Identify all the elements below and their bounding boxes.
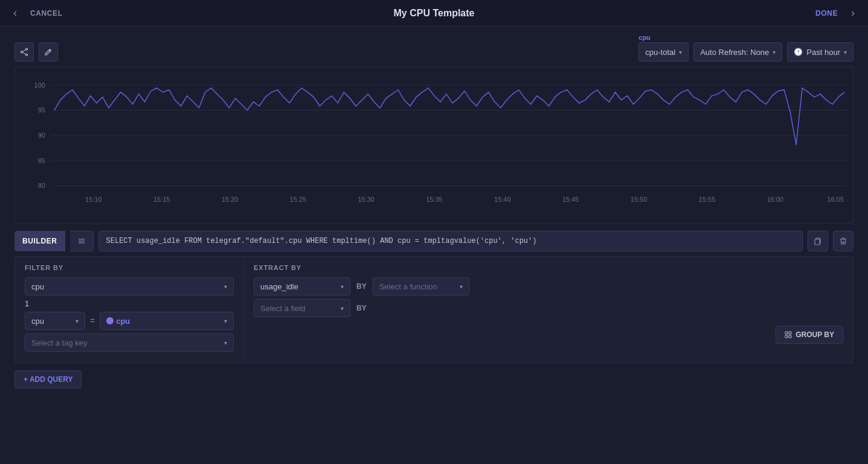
field-dropdown[interactable]: cpu ▾ [25,312,85,330]
svg-text:15:35: 15:35 [426,196,442,203]
share-button[interactable] [14,42,34,62]
extract-field-dropdown[interactable]: usage_idle ▾ [254,277,350,295]
svg-line-3 [22,50,25,51]
filter-num-row: 1 [25,299,234,308]
add-query-button[interactable]: + ADD QUERY [14,370,82,388]
list-icon [77,237,86,245]
cancel-button[interactable]: CANCEL [25,7,68,20]
extract-section-title: EXTRACT BY [254,264,843,271]
svg-text:15:10: 15:10 [85,196,101,203]
chevron-down-icon: ▾ [773,49,776,56]
svg-text:100: 100 [34,82,45,89]
tag-key-dropdown[interactable]: Select a tag key ▾ [25,334,234,352]
tag-key-row: Select a tag key ▾ [25,334,234,352]
auto-refresh-dropdown[interactable]: Auto Refresh: None ▾ [693,42,782,62]
page-title: My CPU Template [106,8,762,19]
chevron-down-icon: ▾ [679,49,682,56]
trash-icon [839,237,847,245]
query-editor-row: BUILDER SELECT usage_idle FROM telegraf.… [0,224,868,256]
measurement-value: cpu [31,282,44,291]
extract-row-2: Select a field ▾ BY [254,299,843,317]
filter-num-label: 1 [25,299,29,308]
svg-rect-32 [785,332,788,334]
chevron-down-icon: ▾ [224,283,227,290]
forward-nav-button[interactable]: › [847,4,858,22]
time-range-dropdown[interactable]: 🕐 Past hour ▾ [787,42,854,62]
group-by-label: GROUP BY [796,330,834,339]
by-label-1: BY [354,282,369,291]
svg-text:15:25: 15:25 [290,196,306,203]
copy-icon [814,237,822,245]
edit-icon [44,48,53,56]
tag-value-text: cpu [116,317,130,326]
extract-section: EXTRACT BY usage_idle ▾ BY Select a func… [244,256,854,363]
measurement-dropdown[interactable]: cpu ▾ [25,277,234,295]
group-by-row: GROUP BY [254,322,843,344]
chart-container: 100 95 90 85 80 15:10 15:15 15:20 15:25 … [14,66,854,224]
cpu-value-dropdown[interactable]: cpu-total ▾ [638,42,689,62]
filter-section: FILTER BY cpu ▾ 1 cpu ▾ = cpu ▾ [14,256,244,363]
copy-query-button[interactable] [808,231,828,251]
chevron-down-icon: ▾ [341,283,344,290]
builder-tab[interactable]: BUILDER [14,231,65,251]
svg-text:85: 85 [38,157,45,164]
function-placeholder: Select a function [379,282,437,291]
toolbar-row: cpu cpu-total ▾ Auto Refresh: None ▾ 🕐 P… [0,27,868,66]
tag-value-display[interactable]: cpu ▾ [100,312,234,330]
chevron-down-icon: ▾ [224,318,227,324]
top-bar: ‹ CANCEL My CPU Template DONE › [0,0,868,27]
svg-point-2 [21,51,23,53]
delete-query-button[interactable] [833,231,854,251]
toolbar-right: cpu cpu-total ▾ Auto Refresh: None ▾ 🕐 P… [638,34,854,62]
group-by-icon [785,331,792,338]
time-range-text: Past hour [806,48,840,57]
svg-text:16:05: 16:05 [827,196,843,203]
back-nav-button[interactable]: ‹ [10,4,21,22]
done-button[interactable]: DONE [811,7,843,20]
extract-field-2-dropdown[interactable]: Select a field ▾ [254,299,350,317]
filter-section-title: FILTER BY [25,264,234,271]
sql-query-display: SELECT usage_idle FROM telegraf."default… [98,231,803,251]
svg-point-0 [26,48,28,50]
query-config-row: FILTER BY cpu ▾ 1 cpu ▾ = cpu ▾ [0,256,868,363]
svg-text:15:50: 15:50 [631,196,647,203]
svg-rect-35 [789,335,791,338]
chevron-down-icon: ▾ [76,318,79,324]
svg-text:15:45: 15:45 [562,196,579,203]
svg-text:15:55: 15:55 [699,196,715,203]
svg-line-5 [49,50,50,51]
extract-row-1: usage_idle ▾ BY Select a function ▾ [254,277,843,295]
cpu-chart: 100 95 90 85 80 15:10 15:15 15:20 15:25 … [15,67,853,223]
svg-rect-34 [785,335,788,338]
svg-rect-33 [789,332,791,334]
edit-button[interactable] [39,42,58,62]
function-dropdown[interactable]: Select a function ▾ [373,277,469,295]
chevron-down-icon: ▾ [341,305,344,312]
extract-field-value: usage_idle [260,282,298,291]
cpu-filter-group: cpu cpu-total ▾ [638,34,689,62]
group-by-button[interactable]: GROUP BY [776,326,843,344]
tag-key-placeholder: Select a tag key [31,338,88,347]
top-bar-right: DONE › [762,4,858,22]
svg-text:15:20: 15:20 [222,196,238,203]
svg-text:15:40: 15:40 [494,196,510,203]
script-tab[interactable] [70,231,94,251]
tag-dot-icon [106,317,114,324]
extract-field-2-placeholder: Select a field [260,304,305,313]
cpu-tag-label: cpu [638,34,651,41]
share-icon [20,48,28,56]
svg-text:15:30: 15:30 [358,196,374,203]
chevron-down-icon: ▾ [460,283,463,290]
svg-text:80: 80 [38,182,45,189]
top-bar-left: ‹ CANCEL [10,4,106,22]
svg-line-4 [22,53,25,54]
svg-text:90: 90 [38,132,45,139]
auto-refresh-text: Auto Refresh: None [700,48,769,57]
svg-rect-31 [815,239,820,245]
svg-point-1 [26,54,28,56]
toolbar-left [14,42,58,62]
chevron-down-icon: ▾ [844,49,847,56]
clock-icon: 🕐 [794,48,803,56]
by-label-2: BY [354,304,369,312]
svg-text:15:15: 15:15 [153,196,170,203]
